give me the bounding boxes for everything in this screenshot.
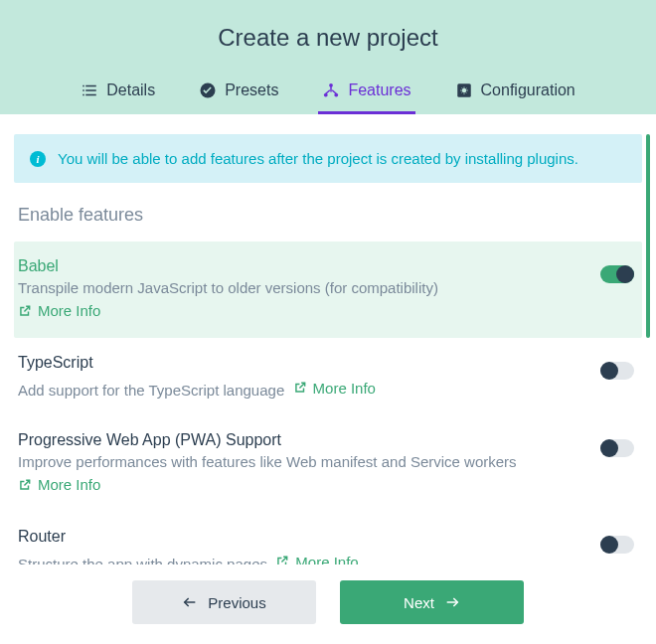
info-banner: i You will be able to add features after… bbox=[14, 134, 642, 183]
tab-label: Details bbox=[106, 81, 155, 99]
external-link-icon bbox=[18, 478, 32, 492]
gear-icon bbox=[455, 81, 473, 99]
button-label: Previous bbox=[208, 594, 265, 611]
toggle-knob bbox=[600, 362, 618, 380]
toggle-knob bbox=[600, 536, 618, 554]
toggle-knob bbox=[616, 265, 634, 283]
tab-configuration[interactable]: Configuration bbox=[451, 72, 579, 114]
list-icon bbox=[81, 81, 98, 99]
arrow-left-icon bbox=[182, 594, 198, 610]
feature-title: Progressive Web App (PWA) Support bbox=[18, 431, 584, 449]
more-info-link[interactable]: More Info bbox=[293, 378, 376, 399]
more-info-label: More Info bbox=[38, 476, 100, 493]
toggle-knob bbox=[600, 439, 618, 457]
feature-row-babel: Babel Transpile modern JavaScript to old… bbox=[14, 242, 642, 338]
external-link-icon bbox=[293, 381, 307, 395]
feature-toggle-router[interactable] bbox=[600, 536, 634, 554]
feature-description: Add support for the TypeScript language … bbox=[18, 374, 584, 401]
feature-toggle-babel[interactable] bbox=[600, 265, 634, 283]
tab-details[interactable]: Details bbox=[77, 72, 159, 114]
tab-label: Presets bbox=[225, 81, 278, 99]
external-link-icon bbox=[18, 304, 32, 318]
more-info-label: More Info bbox=[313, 378, 376, 399]
feature-toggle-pwa[interactable] bbox=[600, 439, 634, 457]
tab-label: Features bbox=[348, 81, 410, 99]
wizard-tabs: Details Presets Features Configuration bbox=[0, 72, 656, 114]
more-info-link[interactable]: More Info bbox=[18, 476, 100, 493]
share-nodes-icon bbox=[322, 81, 340, 99]
wizard-header: Create a new project Details Presets Fea… bbox=[0, 0, 656, 114]
feature-title: Babel bbox=[18, 257, 584, 275]
feature-description: Transpile modern JavaScript to older ver… bbox=[18, 277, 584, 298]
info-icon: i bbox=[30, 151, 46, 167]
feature-title: Router bbox=[18, 528, 584, 546]
feature-body: Babel Transpile modern JavaScript to old… bbox=[18, 257, 584, 322]
check-circle-icon bbox=[199, 81, 217, 99]
tab-presets[interactable]: Presets bbox=[195, 72, 282, 114]
feature-row-typescript: TypeScript Add support for the TypeScrip… bbox=[14, 338, 642, 416]
svg-point-2 bbox=[324, 93, 328, 97]
feature-title: TypeScript bbox=[18, 354, 584, 372]
svg-point-5 bbox=[461, 88, 466, 93]
feature-body: TypeScript Add support for the TypeScrip… bbox=[18, 354, 584, 401]
more-info-label: More Info bbox=[38, 302, 100, 319]
info-message: You will be able to add features after t… bbox=[58, 148, 578, 169]
wizard-footer: Previous Next bbox=[0, 564, 656, 644]
arrow-right-icon bbox=[444, 594, 460, 610]
feature-description: Improve performances with features like … bbox=[18, 451, 584, 472]
feature-row-pwa: Progressive Web App (PWA) Support Improv… bbox=[14, 415, 642, 512]
tab-features[interactable]: Features bbox=[318, 72, 414, 114]
feature-toggle-typescript[interactable] bbox=[600, 362, 634, 380]
next-button[interactable]: Next bbox=[340, 580, 524, 624]
section-title: Enable features bbox=[18, 205, 638, 226]
tab-label: Configuration bbox=[481, 81, 575, 99]
more-info-link[interactable]: More Info bbox=[18, 302, 100, 319]
button-label: Next bbox=[404, 594, 434, 611]
svg-point-3 bbox=[335, 93, 339, 97]
page-title: Create a new project bbox=[0, 24, 656, 52]
feature-body: Progressive Web App (PWA) Support Improv… bbox=[18, 431, 584, 496]
content-area: i You will be able to add features after… bbox=[0, 114, 656, 631]
scroll-indicator bbox=[646, 134, 650, 338]
previous-button[interactable]: Previous bbox=[132, 580, 316, 624]
